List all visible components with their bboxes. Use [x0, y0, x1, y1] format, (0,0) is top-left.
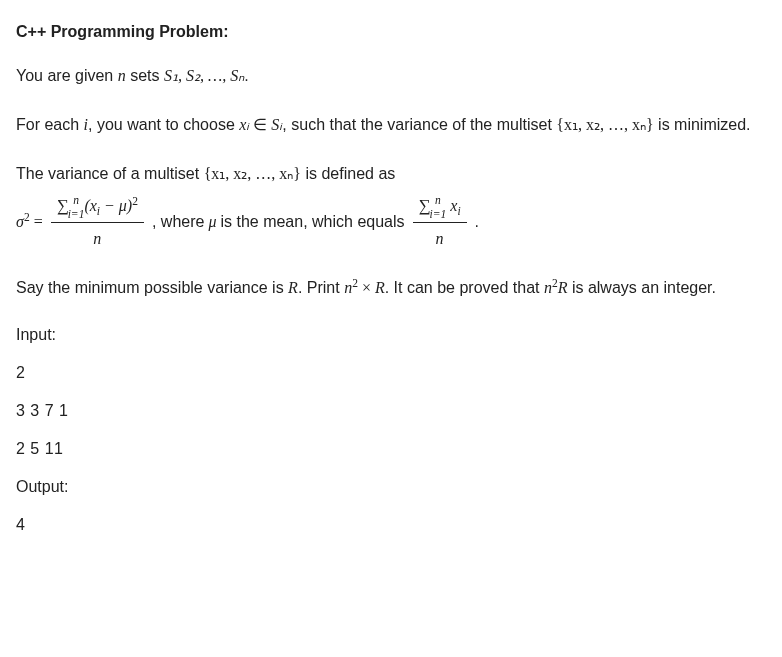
- sum-upper: n: [430, 194, 447, 206]
- input-line: 2: [16, 361, 766, 385]
- text: .: [475, 208, 479, 235]
- text: , you want to choose: [88, 116, 239, 133]
- sum-upper: n: [68, 194, 85, 206]
- numerator: ∑ni=1 xi: [413, 192, 467, 224]
- text: − μ): [100, 197, 132, 214]
- mean-fraction: ∑ni=1 xi n: [413, 192, 467, 253]
- text: You are given: [16, 67, 118, 84]
- times: ×: [358, 279, 375, 296]
- sigma: σ: [16, 213, 24, 230]
- text: , such that the variance of the multiset: [282, 116, 556, 133]
- n: n: [344, 279, 352, 296]
- sub-i: i: [457, 205, 460, 217]
- paren-x: (xi − μ)2: [84, 197, 138, 214]
- text: Say the minimum possible variance is: [16, 279, 288, 296]
- denominator: n: [87, 223, 107, 252]
- input-line: 2 5 11: [16, 437, 766, 461]
- variance-fraction: ∑ni=1(xi − μ)2 n: [51, 192, 144, 253]
- R: R: [375, 279, 385, 296]
- sum-lower: i=1: [68, 208, 85, 220]
- numerator: ∑ni=1(xi − μ)2: [51, 192, 144, 224]
- paragraph-2: For each i, you want to choose xᵢ ∈ Sᵢ, …: [16, 111, 766, 138]
- xi-term: xi: [450, 197, 460, 214]
- text: , where: [152, 208, 204, 235]
- mu: μ: [208, 208, 216, 235]
- sigma-squared: σ2: [16, 208, 30, 235]
- variance-formula: σ2 = ∑ni=1(xi − μ)2 n , where μ is the m…: [16, 192, 766, 253]
- text: . Print: [298, 279, 344, 296]
- text: sets: [126, 67, 164, 84]
- sum-limits: ni=1: [430, 195, 447, 219]
- text: is minimized.: [654, 116, 751, 133]
- paragraph-4: Say the minimum possible variance is R. …: [16, 274, 766, 301]
- denominator: n: [430, 223, 450, 252]
- var-n: n: [118, 67, 126, 84]
- var-Si: Sᵢ: [271, 116, 282, 133]
- n2R-2: n2R: [544, 279, 568, 296]
- text: is the mean, which equals: [220, 208, 404, 235]
- multiset: {x₁, x₂, …, xₙ}: [204, 165, 301, 182]
- variance-def-text: The variance of a multiset {x₁, x₂, …, x…: [16, 160, 766, 187]
- text: . It can be proved that: [385, 279, 544, 296]
- input-label: Input:: [16, 323, 766, 347]
- paragraph-1: You are given n sets S₁, S₂, …, Sₙ.: [16, 62, 766, 89]
- text: (x: [84, 197, 96, 214]
- paragraph-3: The variance of a multiset {x₁, x₂, …, x…: [16, 160, 766, 252]
- input-line: 3 3 7 1: [16, 399, 766, 423]
- n2R: n2 × R: [344, 279, 385, 296]
- element-of: ∈: [249, 116, 271, 133]
- sets-list: S₁, S₂, …, Sₙ: [164, 67, 244, 84]
- output-line: 4: [16, 513, 766, 537]
- sum-limits: ni=1: [68, 195, 85, 219]
- output-label: Output:: [16, 475, 766, 499]
- var-R: R: [288, 279, 298, 296]
- text: is defined as: [301, 165, 395, 182]
- text: For each: [16, 116, 84, 133]
- exponent: 2: [132, 194, 138, 206]
- exponent: 2: [24, 211, 30, 223]
- text: The variance of a multiset: [16, 165, 204, 182]
- var-xi: xᵢ: [239, 116, 249, 133]
- R: R: [558, 279, 568, 296]
- text: .: [244, 67, 248, 84]
- text: is always an integer.: [567, 279, 716, 296]
- sum-lower: i=1: [430, 208, 447, 220]
- equals: =: [34, 208, 43, 235]
- problem-heading: C++ Programming Problem:: [16, 20, 766, 44]
- n: n: [544, 279, 552, 296]
- multiset: {x₁, x₂, …, xₙ}: [556, 116, 653, 133]
